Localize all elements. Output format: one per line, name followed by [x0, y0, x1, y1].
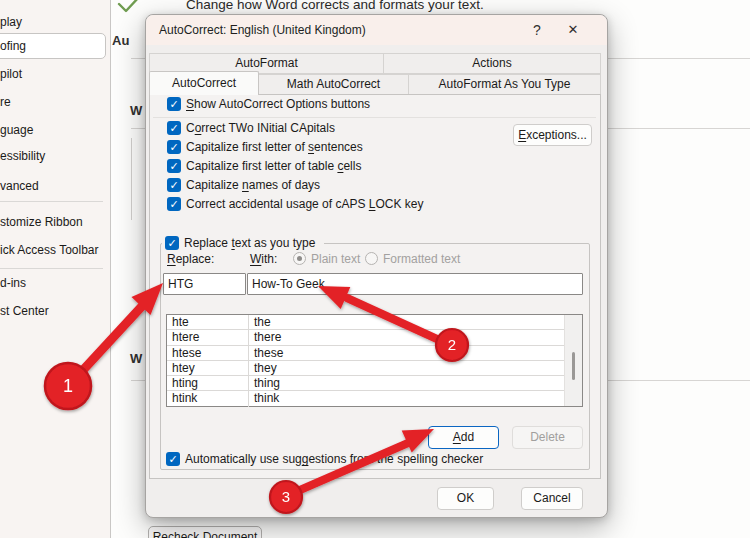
- ok-button[interactable]: OK: [437, 487, 494, 510]
- list-item[interactable]: htingthing: [167, 376, 565, 391]
- checkbox-checked-icon: [166, 452, 180, 466]
- list-item[interactable]: htinkthink: [167, 391, 565, 406]
- list-item[interactable]: htethe: [167, 315, 565, 330]
- checkbox-checked-icon: [167, 197, 181, 211]
- scrollbar-thumb[interactable]: [572, 352, 575, 380]
- replace-input[interactable]: [163, 273, 246, 295]
- page-separator: [153, 117, 596, 118]
- list-item[interactable]: hteythey: [167, 361, 565, 376]
- help-button[interactable]: ?: [524, 19, 550, 41]
- dialog-titlebar: AutoCorrect: English (United Kingdom) ? …: [146, 15, 607, 45]
- sidebar-item-save[interactable]: re: [0, 88, 108, 116]
- sidebar-border: [110, 0, 111, 538]
- green-check-icon: [119, 0, 139, 11]
- delete-button: Delete: [512, 426, 583, 449]
- exceptions-button[interactable]: Exceptions...: [513, 124, 592, 146]
- cancel-button[interactable]: Cancel: [521, 487, 583, 510]
- replacement-list: htethe hterethere htesethese hteythey ht…: [166, 314, 583, 407]
- sidebar-item-trust-center[interactable]: st Center: [0, 297, 108, 325]
- sidebar-item-copilot[interactable]: pilot: [0, 60, 108, 88]
- add-button[interactable]: Add: [428, 426, 499, 449]
- list-item[interactable]: htesethese: [167, 346, 565, 361]
- sidebar-item-language[interactable]: guage: [0, 116, 108, 144]
- tab-autoformat-as-you-type[interactable]: AutoFormat As You Type: [408, 74, 601, 95]
- section-header-fragment: W: [130, 103, 142, 118]
- checkbox-checked-icon: [167, 121, 181, 135]
- with-input[interactable]: [247, 273, 583, 295]
- radio-selected-icon: [293, 252, 306, 265]
- radio-unselected-icon: [365, 252, 378, 265]
- checkbox-checked-icon: [167, 178, 181, 192]
- with-label: With:: [250, 252, 277, 267]
- sidebar-item-customize-ribbon[interactable]: stomize Ribbon: [0, 208, 108, 236]
- section-edge-line: [131, 138, 132, 220]
- close-icon[interactable]: ✕: [560, 19, 586, 41]
- tab-actions[interactable]: Actions: [383, 53, 601, 74]
- checkbox-checked-icon: [167, 140, 181, 154]
- dialog-title: AutoCorrect: English (United Kingdom): [159, 23, 366, 37]
- options-sidebar: play ofing pilot re guage essibility van…: [0, 0, 110, 538]
- list-scrollbar[interactable]: [564, 315, 582, 406]
- checkbox-checked-icon: [165, 236, 179, 250]
- recheck-document-button[interactable]: Recheck Document: [148, 526, 262, 538]
- checkbox-checked-icon: [167, 97, 181, 111]
- tab-math-autocorrect[interactable]: Math AutoCorrect: [258, 74, 409, 95]
- checkbox-checked-icon: [167, 159, 181, 173]
- sidebar-item-advanced[interactable]: vanced: [0, 172, 108, 200]
- sidebar-item-proofing[interactable]: ofing: [0, 32, 108, 60]
- sidebar-item-accessibility[interactable]: essibility: [0, 142, 108, 170]
- tab-autocorrect[interactable]: AutoCorrect: [149, 71, 259, 95]
- section-header-fragment: Au: [112, 33, 129, 48]
- sidebar-item-add-ins[interactable]: d-ins: [0, 269, 108, 297]
- list-item[interactable]: hterethere: [167, 330, 565, 345]
- proofing-page-description: Change how Word corrects and formats you…: [186, 0, 484, 12]
- replace-label: Replace:: [167, 252, 214, 267]
- sidebar-item-quick-access-toolbar[interactable]: ick Access Toolbar: [0, 236, 108, 264]
- sidebar-divider: [0, 201, 103, 202]
- word-options-screen: play ofing pilot re guage essibility van…: [0, 0, 750, 538]
- section-header-fragment: W: [130, 351, 142, 366]
